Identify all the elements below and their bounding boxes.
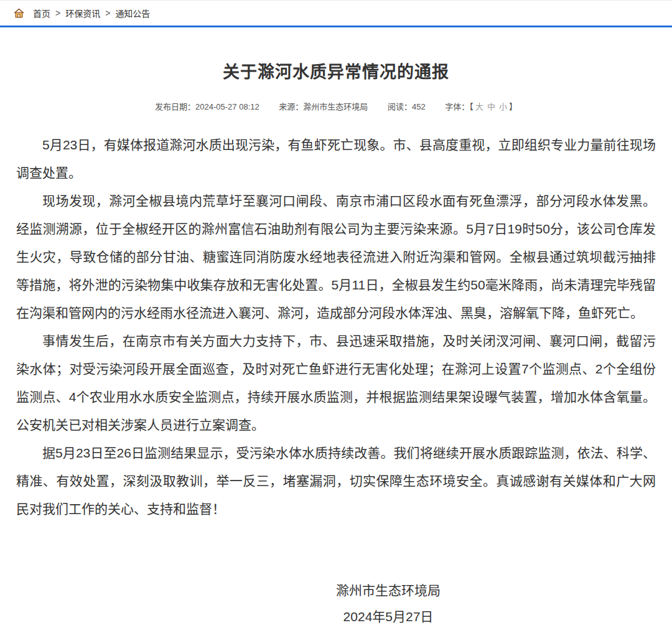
breadcrumb-item-home[interactable]: 首页: [33, 7, 50, 19]
font-size-small-button[interactable]: 小: [499, 102, 507, 111]
publish-date-label: 发布日期：: [155, 102, 195, 111]
publish-date-value: 2024-05-27 08:12: [195, 102, 259, 111]
view-count-value: 452: [412, 102, 426, 111]
breadcrumb: 首页 > 环保资讯 > 通知公告: [0, 0, 672, 27]
breadcrumb-item-env-news[interactable]: 环保资讯: [65, 7, 100, 19]
font-size-medium-button[interactable]: 中: [487, 102, 495, 111]
view-count: 阅读：452: [388, 102, 426, 111]
source: 来源：滁州市生态环境局: [279, 102, 368, 111]
source-value: 滁州市生态环境局: [303, 102, 368, 111]
breadcrumb-separator: >: [105, 8, 110, 18]
source-label: 来源：: [279, 102, 303, 111]
article: 关于滁河水质异常情况的通报 发布日期：2024-05-27 08:12 来源：滁…: [0, 27, 672, 630]
signature-date: 2024年5月27日: [121, 604, 656, 630]
paragraph-4: 据5月23日至26日监测结果显示，受污染水体水质持续改善。我们将继续开展水质跟踪…: [16, 439, 656, 523]
font-bracket-close: 】: [509, 102, 517, 111]
font-bracket-open: 【: [469, 102, 474, 111]
article-meta: 发布日期：2024-05-27 08:12 来源：滁州市生态环境局 阅读：452…: [16, 100, 656, 112]
font-size-label: 字体：: [445, 102, 469, 111]
font-size-control: 字体：【大中小】: [445, 102, 517, 111]
paragraph-2: 现场发现，滁河全椒县境内荒草圩至襄河口闸段、南京市浦口区段水面有死鱼漂浮，部分河…: [16, 187, 656, 327]
article-body: 5月23日，有媒体报道滁河水质出现污染，有鱼虾死亡现象。市、县高度重视，立即组织…: [16, 131, 656, 523]
publish-date: 发布日期：2024-05-27 08:12: [155, 102, 259, 111]
paragraph-3: 事情发生后，在南京市有关方面大力支持下，市、县迅速采取措施，及时关闭汊河闸、襄河…: [16, 327, 656, 439]
view-count-label: 阅读：: [388, 102, 412, 111]
home-icon[interactable]: [14, 8, 24, 18]
font-size-large-button[interactable]: 大: [475, 102, 483, 111]
page-title: 关于滁河水质异常情况的通报: [16, 27, 656, 83]
signature-org: 滁州市生态环境局: [121, 578, 656, 604]
breadcrumb-separator: >: [55, 8, 60, 18]
signature-block: 滁州市生态环境局 2024年5月27日: [16, 578, 656, 630]
breadcrumb-item-notices[interactable]: 通知公告: [115, 7, 150, 19]
paragraph-1: 5月23日，有媒体报道滁河水质出现污染，有鱼虾死亡现象。市、县高度重视，立即组织…: [16, 131, 656, 187]
